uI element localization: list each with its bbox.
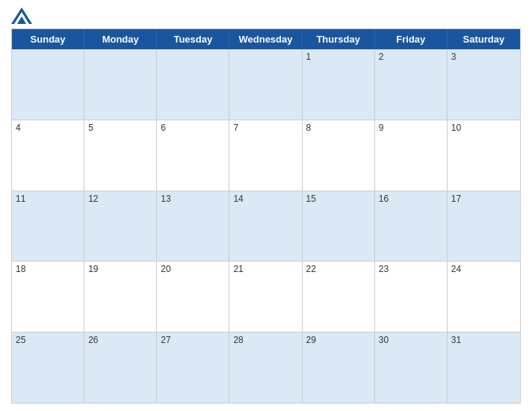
logo-icon (11, 7, 32, 24)
day-number: 16 (379, 194, 443, 204)
calendar-day (157, 49, 229, 120)
day-number: 8 (306, 123, 371, 133)
day-number: 4 (16, 123, 80, 133)
day-number: 27 (161, 335, 225, 345)
header-cell-saturday: Saturday (448, 29, 520, 49)
calendar-week-0: 123 (12, 49, 520, 120)
day-number: 2 (379, 52, 443, 62)
calendar-day: 7 (229, 120, 302, 191)
calendar-day: 15 (303, 191, 375, 262)
day-number: 14 (233, 194, 297, 204)
calendar-day: 2 (375, 49, 448, 120)
calendar-page: SundayMondayTuesdayWednesdayThursdayFrid… (0, 0, 532, 411)
calendar-day: 31 (448, 333, 520, 403)
day-number: 23 (379, 264, 443, 274)
calendar: SundayMondayTuesdayWednesdayThursdayFrid… (11, 28, 521, 404)
calendar-day: 8 (303, 120, 375, 191)
calendar-day: 30 (375, 333, 448, 403)
day-number: 12 (88, 194, 152, 204)
day-number: 19 (88, 264, 152, 274)
day-number: 6 (161, 123, 225, 133)
day-number: 25 (16, 335, 80, 345)
day-number: 21 (233, 264, 297, 274)
day-number: 7 (233, 123, 297, 133)
day-number: 28 (233, 335, 297, 345)
calendar-day: 23 (375, 262, 448, 332)
header-cell-sunday: Sunday (12, 29, 84, 49)
header-cell-friday: Friday (375, 29, 448, 49)
calendar-header-row: SundayMondayTuesdayWednesdayThursdayFrid… (12, 29, 520, 49)
day-number: 18 (16, 264, 80, 274)
day-number: 24 (451, 264, 516, 274)
calendar-day: 14 (229, 191, 302, 262)
calendar-day: 5 (84, 120, 157, 191)
calendar-week-1: 45678910 (12, 120, 520, 191)
page-header (11, 7, 521, 24)
calendar-day: 13 (157, 191, 229, 262)
day-number: 17 (451, 194, 516, 204)
calendar-week-3: 18192021222324 (12, 262, 520, 333)
logo (11, 7, 35, 24)
day-number: 30 (379, 335, 443, 345)
header-cell-thursday: Thursday (303, 29, 375, 49)
calendar-day: 3 (448, 49, 520, 120)
day-number: 3 (451, 52, 516, 62)
calendar-day: 24 (448, 262, 520, 332)
calendar-day: 6 (157, 120, 229, 191)
calendar-week-4: 25262728293031 (12, 333, 520, 403)
calendar-day: 22 (303, 262, 375, 332)
calendar-day: 10 (448, 120, 520, 191)
calendar-day: 17 (448, 191, 520, 262)
calendar-day (84, 49, 157, 120)
calendar-day: 4 (12, 120, 84, 191)
calendar-body: 1234567891011121314151617181920212223242… (12, 49, 520, 403)
day-number: 5 (88, 123, 152, 133)
calendar-day: 27 (157, 333, 229, 403)
calendar-day: 25 (12, 333, 84, 403)
calendar-day: 12 (84, 191, 157, 262)
day-number: 20 (161, 264, 225, 274)
calendar-day: 16 (375, 191, 448, 262)
day-number: 22 (306, 264, 371, 274)
header-cell-monday: Monday (84, 29, 157, 49)
calendar-day: 29 (303, 333, 375, 403)
calendar-day: 9 (375, 120, 448, 191)
header-cell-tuesday: Tuesday (157, 29, 229, 49)
calendar-day (229, 49, 302, 120)
day-number: 10 (451, 123, 516, 133)
day-number: 9 (379, 123, 443, 133)
day-number: 1 (306, 52, 371, 62)
header-cell-wednesday: Wednesday (229, 29, 302, 49)
day-number: 13 (161, 194, 225, 204)
calendar-day: 1 (303, 49, 375, 120)
calendar-day: 21 (229, 262, 302, 332)
calendar-week-2: 11121314151617 (12, 191, 520, 262)
day-number: 26 (88, 335, 152, 345)
day-number: 31 (451, 335, 516, 345)
calendar-day (12, 49, 84, 120)
calendar-day: 26 (84, 333, 157, 403)
calendar-day: 20 (157, 262, 229, 332)
calendar-day: 28 (229, 333, 302, 403)
calendar-day: 19 (84, 262, 157, 332)
day-number: 11 (16, 194, 80, 204)
calendar-day: 18 (12, 262, 84, 332)
day-number: 15 (306, 194, 371, 204)
calendar-day: 11 (12, 191, 84, 262)
day-number: 29 (306, 335, 371, 345)
